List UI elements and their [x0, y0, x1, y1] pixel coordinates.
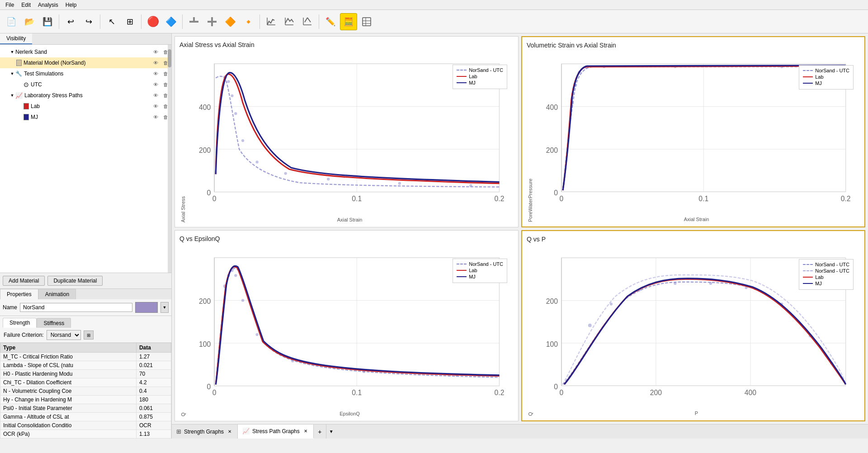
prop-type-9: OCR (kPa) — [0, 430, 137, 439]
table-row[interactable]: Hy - Change in Hardening M180 — [0, 396, 171, 404]
table-row[interactable]: Gamma - Altitude of CSL at0.875 — [0, 413, 171, 421]
select-btn[interactable]: ↖ — [103, 13, 120, 30]
visibility-icon-nerlerk[interactable]: 👁 — [151, 48, 160, 56]
y-label-q-eps: Q — [179, 245, 186, 416]
tab-dropdown-btn[interactable]: ▼ — [326, 425, 336, 439]
add-tab-btn[interactable]: + — [314, 425, 326, 439]
expand-test-sim[interactable]: ▼ — [9, 71, 15, 77]
tree: ▼ Nerlerk Sand 👁 🗑 Material Model (NorSa… — [0, 45, 171, 273]
add-point-btn[interactable] — [185, 13, 203, 30]
save-btn[interactable]: 💾 — [39, 13, 56, 30]
prop-data-6[interactable]: 0.061 — [136, 404, 171, 413]
legend-item-2: Lab — [457, 74, 503, 79]
tab-properties[interactable]: Properties — [0, 289, 38, 299]
table-row[interactable]: Psi0 - Initial State Parameter0.061 — [0, 404, 171, 413]
tab-visibility[interactable]: Visibility — [0, 33, 32, 44]
color-dropdown[interactable]: ▼ — [160, 302, 169, 313]
failure-icon[interactable]: ⊞ — [84, 330, 94, 340]
visibility-icon-sim[interactable]: 👁 — [151, 70, 160, 78]
visibility-icon-lab-item[interactable]: 👁 — [151, 102, 160, 110]
tree-scrollbar[interactable] — [168, 45, 171, 273]
scrollbar-thumb[interactable] — [168, 49, 171, 67]
tree-actions-utc: 👁 🗑 — [151, 80, 170, 89]
x-label-q-eps: EpsilonQ — [186, 411, 514, 416]
tree-item-test-simulations[interactable]: ▼ 🔧 Test Simulations 👁 🗑 — [0, 68, 171, 79]
tab-strength-graphs[interactable]: ⊞ Strength Graphs ✕ — [172, 425, 238, 439]
add-mesh-btn[interactable]: 🔶 — [222, 13, 239, 30]
prop-data-8[interactable]: OCR — [136, 421, 171, 430]
prop-data-3[interactable]: 4.2 — [136, 378, 171, 387]
edit-grid-btn[interactable]: ⊞ — [121, 13, 138, 30]
open-btn[interactable]: 📂 — [21, 13, 38, 30]
graph2-btn[interactable] — [281, 13, 298, 30]
solid-btn[interactable]: 🔴 — [144, 13, 161, 30]
visibility-icon-material[interactable]: 👁 — [151, 59, 160, 67]
tree-item-utc[interactable]: ⊙ UTC 👁 🗑 — [0, 79, 171, 90]
tab-animation[interactable]: Animation — [38, 289, 76, 299]
pen-btn[interactable]: ✏️ — [322, 13, 339, 30]
visibility-icon-utc[interactable]: 👁 — [151, 80, 160, 89]
svg-point-37 — [284, 172, 287, 175]
add-line-btn[interactable] — [203, 13, 221, 30]
svg-text:0: 0 — [207, 383, 211, 391]
table-row[interactable]: Lambda - Slope of CSL (natu0.021 — [0, 361, 171, 370]
graph3-btn[interactable] — [299, 13, 316, 30]
menu-help[interactable]: Help — [62, 1, 80, 9]
prop-data-2[interactable]: 70 — [136, 370, 171, 378]
tab-stiffness[interactable]: Stiffness — [37, 318, 71, 328]
failure-criterion-select[interactable]: Norsand — [47, 330, 81, 340]
tree-item-lab-stress-paths[interactable]: ▼ 📈 Laboratory Stress Paths 👁 🗑 — [0, 90, 171, 101]
table-row[interactable]: Chi_TC - Dilation Coefficient4.2 — [0, 378, 171, 387]
expand-nerlerk[interactable]: ▼ — [9, 49, 15, 55]
panel-buttons: Add Material Duplicate Material — [0, 273, 171, 288]
visibility-icon-lab[interactable]: 👁 — [151, 91, 160, 99]
legend-label-v1: NorSand - UTC — [815, 68, 849, 73]
prop-data-1[interactable]: 0.021 — [136, 361, 171, 370]
table-row[interactable]: N - Volumetric Coupling Coe0.4 — [0, 387, 171, 396]
visibility-icon-mj[interactable]: 👁 — [151, 113, 160, 121]
redo-btn[interactable]: ↪ — [80, 13, 97, 30]
rotate-btn[interactable]: 🔷 — [162, 13, 179, 30]
svg-text:0.2: 0.2 — [495, 195, 505, 203]
graph1-btn[interactable] — [263, 13, 280, 30]
prop-data-9[interactable]: 1.13 — [136, 430, 171, 439]
legend-item-v2: Lab — [803, 74, 849, 80]
duplicate-material-btn[interactable]: Duplicate Material — [47, 276, 103, 286]
menu-edit[interactable]: Edit — [18, 1, 34, 9]
x-label-vol-strain: Axial Strain — [533, 217, 860, 222]
tree-item-mj[interactable]: MJ 👁 🗑 — [0, 112, 171, 123]
stress-path-close[interactable]: ✕ — [302, 428, 309, 434]
move-btn[interactable]: 🔸 — [240, 13, 257, 30]
add-material-btn[interactable]: Add Material — [3, 276, 45, 286]
prop-data-7[interactable]: 0.875 — [136, 413, 171, 421]
tab-strength[interactable]: Strength — [3, 318, 37, 328]
strength-graphs-icon: ⊞ — [176, 428, 181, 435]
svg-text:200: 200 — [546, 146, 558, 154]
toolbar: 📄 📂 💾 ↩ ↪ ↖ ⊞ 🔴 🔷 🔶 🔸 ✏️ 🧮 — [0, 10, 868, 33]
table-row[interactable]: H0 - Plastic Hardening Modu70 — [0, 370, 171, 378]
expand-lab[interactable]: ▼ — [9, 92, 15, 99]
tree-item-nerlerk-sand[interactable]: ▼ Nerlerk Sand 👁 🗑 — [0, 47, 171, 57]
menu-file[interactable]: File — [2, 1, 18, 9]
prop-data-0[interactable]: 1.27 — [136, 353, 171, 361]
table-row[interactable]: OCR (kPa)1.13 — [0, 430, 171, 439]
undo-btn[interactable]: ↩ — [62, 13, 79, 30]
table-btn[interactable] — [358, 13, 375, 30]
color-picker[interactable] — [135, 302, 158, 313]
legend-item-v3: MJ — [803, 80, 849, 86]
legend-line-p3 — [803, 277, 813, 278]
legend-item-3: MJ — [457, 80, 503, 85]
calc-btn[interactable]: 🧮 — [340, 13, 357, 30]
tree-item-lab[interactable]: Lab 👁 🗑 — [0, 101, 171, 112]
tab-stress-path-graphs[interactable]: 📈 Stress Path Graphs ✕ — [238, 425, 314, 439]
strength-graphs-close[interactable]: ✕ — [226, 429, 233, 435]
table-row[interactable]: M_TC - Critical Friction Ratio1.27 — [0, 353, 171, 361]
menu-analysis[interactable]: Analysis — [34, 1, 62, 9]
new-btn[interactable]: 📄 — [3, 13, 20, 30]
tree-item-material-model[interactable]: Material Model (NorSand) 👁 🗑 — [0, 57, 171, 68]
table-row[interactable]: Initial Consolidation ConditioOCR — [0, 421, 171, 430]
prop-data-4[interactable]: 0.4 — [136, 387, 171, 396]
svg-point-103 — [674, 282, 676, 285]
name-input[interactable] — [20, 303, 132, 312]
prop-data-5[interactable]: 180 — [136, 396, 171, 404]
